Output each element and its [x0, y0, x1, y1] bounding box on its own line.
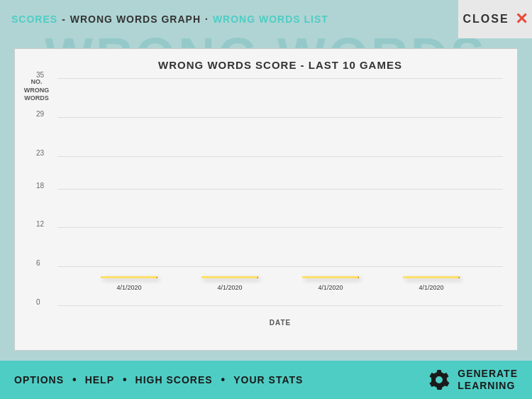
- footer-options[interactable]: OPTIONS: [14, 374, 64, 386]
- footer-dot-1: •: [72, 373, 77, 386]
- top-navigation: SCORES - WRONG WORDS GRAPH · WRONG WORDS…: [0, 0, 532, 38]
- brand-area: GENERATE LEARNING: [428, 368, 518, 392]
- bar-date-3: 4/1/2020: [318, 284, 343, 291]
- footer-dot-3: •: [221, 373, 226, 386]
- footer-bar: OPTIONS • HELP • HIGH SCORES • YOUR STAT…: [0, 361, 532, 399]
- brand-name: GENERATE LEARNING: [458, 368, 518, 392]
- bar-group-3: 4/1/2020: [302, 276, 359, 291]
- y-axis-label: NO. WRONGWORDS: [21, 78, 52, 103]
- grid-label-18: 18: [36, 181, 44, 189]
- bars-wrapper: 4/1/2020 4/1/2020 4/1/2020 4/1/2020: [57, 78, 503, 291]
- bar-3: [302, 276, 359, 278]
- close-button[interactable]: CLOSE ✕: [458, 0, 532, 38]
- footer-navigation: OPTIONS • HELP • HIGH SCORES • YOUR STAT…: [14, 373, 303, 386]
- footer-dot-2: •: [123, 373, 127, 386]
- grid-line-0: 0: [57, 305, 503, 306]
- bar-date-4: 4/1/2020: [419, 284, 443, 291]
- nav-scores[interactable]: SCORES: [11, 13, 57, 25]
- nav-sep1: -: [62, 13, 66, 25]
- breadcrumb: SCORES - WRONG WORDS GRAPH · WRONG WORDS…: [11, 13, 328, 25]
- grid-label-6: 6: [36, 259, 40, 267]
- footer-high-scores[interactable]: HIGH SCORES: [135, 374, 213, 386]
- bar-group-4: 4/1/2020: [403, 276, 460, 291]
- close-label: CLOSE: [462, 13, 509, 26]
- chart-title: WRONG WORDS SCORE - LAST 10 GAMES: [57, 59, 503, 71]
- footer-help[interactable]: HELP: [85, 374, 114, 386]
- chart-container: WRONG WORDS SCORE - LAST 10 GAMES NO. WR…: [14, 48, 518, 351]
- bar-1: [101, 276, 157, 278]
- bar-group-1: 4/1/2020: [101, 276, 157, 291]
- grid-label-23: 23: [36, 148, 44, 156]
- nav-active: WRONG WORDS GRAPH: [70, 13, 201, 25]
- bar-date-2: 4/1/2020: [217, 284, 242, 291]
- nav-wrong-words-list[interactable]: WRONG WORDS LIST: [213, 13, 328, 25]
- grid-label-12: 12: [36, 220, 44, 228]
- close-icon: ✕: [515, 11, 528, 27]
- grid-label-35: 35: [36, 71, 44, 79]
- grid-label-29: 29: [36, 109, 44, 117]
- grid-label-0: 0: [36, 298, 40, 306]
- gear-icon: [428, 368, 450, 391]
- x-axis-label: DATE: [270, 319, 291, 327]
- bar-4: [403, 276, 460, 278]
- chart-area: NO. WRONGWORDS 35 29 23 18 12: [57, 78, 503, 305]
- bar-date-1: 4/1/2020: [116, 284, 141, 291]
- bar-group-2: 4/1/2020: [201, 276, 258, 291]
- nav-sep2: ·: [205, 13, 209, 25]
- grid-and-bars: 35 29 23 18 12 6 0: [57, 78, 503, 305]
- bar-2: [201, 276, 258, 278]
- footer-your-stats[interactable]: YOUR STATS: [233, 374, 303, 386]
